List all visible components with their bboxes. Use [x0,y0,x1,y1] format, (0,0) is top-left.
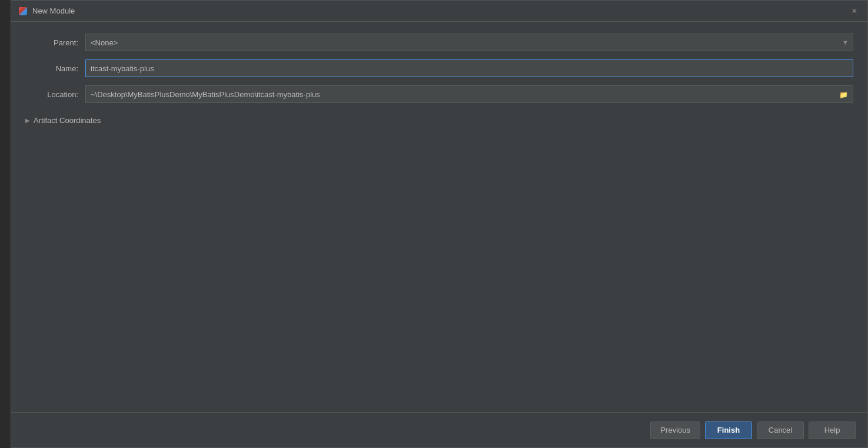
dialog-footer: Previous Finish Cancel Help [11,412,867,447]
dialog-titlebar: New Module × [11,1,867,22]
parent-select[interactable]: <None> [85,34,853,51]
intellij-icon [19,7,27,15]
parent-select-wrapper: <None> ▼ [85,34,853,51]
help-button[interactable]: Help [809,422,856,439]
dialog-content: Parent: <None> ▼ Name: Location: [11,22,867,412]
artifact-coordinates-header[interactable]: ▶ Artifact Coordinates [25,114,853,127]
title-left: New Module [18,6,75,16]
location-browse-button[interactable] [834,85,853,103]
dialog-title: New Module [32,6,75,15]
artifact-coordinates-label: Artifact Coordinates [34,116,101,125]
close-button[interactable]: × [849,5,860,17]
artifact-coordinates-section: ▶ Artifact Coordinates [25,114,853,127]
name-label: Name: [25,64,78,73]
parent-label: Parent: [25,38,78,47]
location-row: Location: [25,85,853,103]
folder-icon [839,90,848,99]
location-input-wrapper [85,85,853,103]
cancel-button[interactable]: Cancel [757,422,804,439]
location-label: Location: [25,90,78,99]
previous-button[interactable]: Previous [650,422,700,439]
name-input[interactable] [85,59,853,77]
app-icon [18,6,28,16]
finish-button[interactable]: Finish [705,422,752,439]
location-input[interactable] [85,85,834,103]
chevron-right-icon: ▶ [25,117,30,124]
name-row: Name: [25,59,853,77]
parent-row: Parent: <None> ▼ [25,34,853,51]
new-module-dialog: New Module × Parent: <None> ▼ Name: Loca… [11,0,868,448]
